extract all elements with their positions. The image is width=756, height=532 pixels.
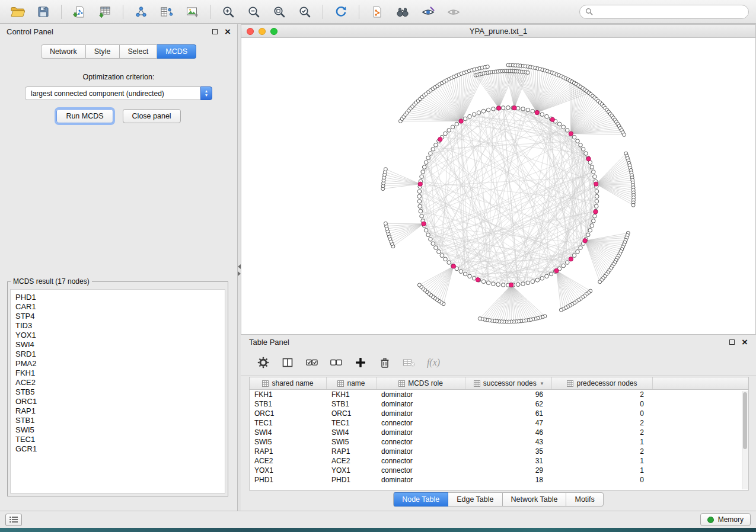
close-window-icon[interactable] [247,28,254,35]
cell[interactable]: dominator [377,390,465,399]
cell[interactable]: SWI4 [250,428,327,437]
status-menu-button[interactable] [5,514,22,526]
zoom-in-button[interactable] [218,3,239,21]
mcds-result-item[interactable]: ORC1 [15,397,225,406]
search-input[interactable] [596,8,743,16]
zoom-selected-button[interactable] [294,3,315,21]
network-frame-titlebar[interactable]: YPA_prune.txt_1 [241,25,755,38]
maximize-window-icon[interactable] [270,28,277,35]
cell[interactable]: dominator [377,447,465,456]
float-window-icon[interactable] [729,339,735,345]
table-row[interactable]: RAP1RAP1dominator352 [250,447,748,456]
open-file-button[interactable] [7,3,28,21]
cell[interactable]: 2 [552,390,653,399]
table-row[interactable]: FKH1FKH1dominator962 [250,390,748,399]
cell[interactable]: FKH1 [250,390,327,399]
cell[interactable]: dominator [377,399,465,409]
import-table-file-button[interactable] [94,3,116,21]
mcds-result-item[interactable]: SWI5 [15,425,225,435]
table-row[interactable]: STB1STB1dominator620 [250,399,748,409]
mcds-result-item[interactable]: SWI4 [15,340,225,350]
cell[interactable]: TEC1 [250,418,327,428]
mcds-result-item[interactable]: RAP1 [15,406,225,416]
tab-mcds[interactable]: MCDS [157,44,196,59]
tab-network[interactable]: Network [41,44,86,59]
import-network-file-button[interactable] [69,3,90,21]
network-canvas[interactable] [241,38,755,334]
cell[interactable]: 0 [552,409,653,418]
add-column-button[interactable] [353,355,368,370]
cell[interactable]: YOX1 [327,466,377,475]
delete-column-button[interactable] [378,355,392,370]
search-network-button[interactable] [392,3,413,21]
zoom-fit-button[interactable] [269,3,290,21]
mcds-result-item[interactable]: YOX1 [15,331,225,340]
close-panel-icon[interactable]: × [742,339,748,346]
cell[interactable]: STB1 [327,399,377,409]
export-image-button[interactable] [181,3,203,21]
tab-edge-table[interactable]: Edge Table [448,492,502,507]
delete-table-button[interactable] [402,355,416,370]
cell[interactable]: PHD1 [327,475,377,485]
new-network-button[interactable] [130,3,152,21]
close-panel-icon[interactable]: × [225,28,231,36]
tab-motifs[interactable]: Motifs [566,492,603,507]
cell[interactable]: 1 [552,456,653,466]
cell[interactable]: dominator [377,475,465,485]
cell[interactable]: connector [377,437,465,447]
share-document-button[interactable] [366,3,388,21]
table-row[interactable]: YOX1YOX1connector291 [250,466,748,475]
cell[interactable]: ACE2 [327,456,377,466]
column-header-predecessor-nodes[interactable]: predecessor nodes [552,377,653,389]
mcds-result-item[interactable]: PHD1 [15,293,225,302]
cell[interactable]: RAP1 [327,447,377,456]
table-row[interactable]: ACE2ACE2connector311 [250,456,748,466]
unselect-all-button[interactable] [329,355,343,370]
mcds-result-item[interactable]: TEC1 [15,435,225,444]
cell[interactable]: ORC1 [327,409,377,418]
column-header-MCDS-role[interactable]: MCDS role [377,377,465,389]
mcds-result-item[interactable]: PMA2 [15,359,225,368]
cell[interactable]: 2 [552,447,653,456]
minimize-window-icon[interactable] [259,28,266,35]
cell[interactable]: connector [377,418,465,428]
cell[interactable]: dominator [377,409,465,418]
column-header-shared-name[interactable]: shared name [250,377,327,389]
criterion-select[interactable]: largest connected component (undirected)… [25,86,212,100]
cell[interactable]: connector [377,466,465,475]
mcds-result-item[interactable]: FKH1 [15,368,225,378]
cell[interactable]: 2 [552,428,653,437]
network-graph[interactable] [241,38,755,334]
tab-network-table[interactable]: Network Table [503,492,567,507]
cell[interactable]: connector [377,456,465,466]
mcds-result-item[interactable]: STB1 [15,416,225,425]
float-window-icon[interactable] [212,29,218,34]
table-settings-button[interactable] [256,355,270,370]
cell[interactable]: 43 [465,437,552,447]
cell[interactable]: 46 [465,428,552,437]
apply-layout-button[interactable] [330,3,352,21]
column-header-successor-nodes[interactable]: successor nodes▾ [465,377,552,389]
mcds-result-item[interactable]: CAR1 [15,302,225,312]
show-graphics-details-button[interactable] [417,3,439,21]
table-scrollbar[interactable] [742,391,748,489]
memory-button[interactable]: Memory [700,513,751,526]
table-row[interactable]: ORC1ORC1dominator610 [250,409,748,418]
cell[interactable]: TEC1 [327,418,377,428]
cell[interactable]: ORC1 [250,409,327,418]
cell[interactable]: 2 [552,418,653,428]
cell[interactable]: dominator [377,428,465,437]
column-header-name[interactable]: name [327,377,377,389]
select-all-button[interactable] [305,355,319,370]
cell[interactable]: SWI4 [327,428,377,437]
cell[interactable]: 31 [465,456,552,466]
save-session-button[interactable] [33,3,54,21]
run-mcds-button[interactable]: Run MCDS [56,109,113,123]
zoom-out-button[interactable] [243,3,264,21]
cell[interactable]: 96 [465,390,552,399]
cell[interactable]: YOX1 [250,466,327,475]
table-row[interactable]: SWI5SWI5connector431 [250,437,748,447]
table-row[interactable]: TEC1TEC1connector472 [250,418,748,428]
cell[interactable]: SWI5 [250,437,327,447]
cell[interactable]: 1 [552,437,653,447]
